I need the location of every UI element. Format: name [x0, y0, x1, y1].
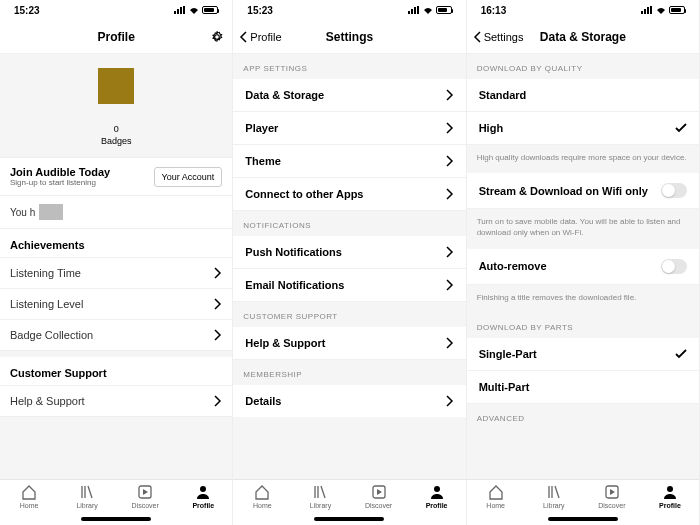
chevron-right-icon	[214, 298, 222, 310]
wifi-toggle[interactable]	[661, 183, 687, 198]
tab-bar: Home Library Discover Profile	[467, 479, 699, 525]
page-title: Data & Storage	[540, 30, 626, 44]
data-storage-content: DOWNLOAD BY QUALITY Standard High High q…	[467, 54, 699, 479]
row-label: Single-Part	[479, 348, 537, 360]
svg-rect-8	[414, 7, 416, 14]
tab-library[interactable]: Library	[291, 484, 349, 509]
svg-rect-2	[180, 7, 182, 14]
row-label: Listening Level	[10, 298, 83, 310]
avatar[interactable]	[98, 68, 134, 104]
profile-icon	[662, 484, 678, 500]
tab-profile[interactable]: Profile	[641, 484, 699, 509]
back-button[interactable]: Profile	[239, 31, 281, 43]
autoremove-hint: Finishing a title removes the downloaded…	[467, 285, 699, 313]
row-quality-high[interactable]: High	[467, 112, 699, 145]
row-push-notifications[interactable]: Push Notifications	[233, 236, 465, 269]
your-account-button[interactable]: Your Account	[154, 167, 223, 187]
row-single-part[interactable]: Single-Part	[467, 338, 699, 371]
battery-icon	[202, 6, 218, 14]
tab-profile[interactable]: Profile	[408, 484, 466, 509]
row-label: Stream & Download on Wifi only	[479, 185, 648, 197]
discover-icon	[604, 484, 620, 500]
library-icon	[79, 484, 95, 500]
row-details[interactable]: Details	[233, 385, 465, 417]
tab-label: Home	[20, 502, 39, 509]
achievements-header: Achievements	[0, 229, 232, 257]
home-icon	[488, 484, 504, 500]
row-multi-part[interactable]: Multi-Part	[467, 371, 699, 404]
tab-profile[interactable]: Profile	[174, 484, 232, 509]
back-button[interactable]: Settings	[473, 31, 524, 43]
wifi-icon	[656, 6, 666, 14]
home-indicator	[548, 517, 618, 521]
settings-screen: 15:23 Profile Settings APP SETTINGS Data…	[233, 0, 466, 525]
tab-label: Profile	[192, 502, 214, 509]
row-label: Help & Support	[245, 337, 325, 349]
tab-label: Profile	[659, 502, 681, 509]
svg-rect-14	[647, 7, 649, 14]
row-label: Standard	[479, 89, 527, 101]
tab-discover[interactable]: Discover	[116, 484, 174, 509]
row-listening-level[interactable]: Listening Level	[0, 288, 232, 319]
row-label: Badge Collection	[10, 329, 93, 341]
tab-library[interactable]: Library	[525, 484, 583, 509]
chevron-right-icon	[446, 246, 454, 258]
tab-home[interactable]: Home	[233, 484, 291, 509]
page-title: Settings	[326, 30, 373, 44]
tab-label: Library	[310, 502, 331, 509]
autoremove-toggle[interactable]	[661, 259, 687, 274]
tab-discover[interactable]: Discover	[583, 484, 641, 509]
row-listening-time[interactable]: Listening Time	[0, 257, 232, 288]
back-label: Settings	[484, 31, 524, 43]
group-header-app-settings: APP SETTINGS	[233, 54, 465, 79]
tab-label: Discover	[365, 502, 392, 509]
nav-header: Profile Settings	[233, 20, 465, 54]
row-wifi-only[interactable]: Stream & Download on Wifi only	[467, 173, 699, 209]
row-auto-remove[interactable]: Auto-remove	[467, 249, 699, 285]
row-theme[interactable]: Theme	[233, 145, 465, 178]
row-help-support[interactable]: Help & Support	[233, 327, 465, 360]
svg-rect-0	[174, 11, 176, 14]
status-bar: 15:23	[233, 0, 465, 20]
row-connect-apps[interactable]: Connect to other Apps	[233, 178, 465, 211]
svg-point-11	[434, 486, 440, 492]
profile-screen: 15:23 Profile 0 Badges Join Audible Toda…	[0, 0, 233, 525]
home-indicator	[81, 517, 151, 521]
row-label: Connect to other Apps	[245, 188, 363, 200]
chevron-right-icon	[446, 337, 454, 349]
row-label: Data & Storage	[245, 89, 324, 101]
row-email-notifications[interactable]: Email Notifications	[233, 269, 465, 302]
tab-label: Discover	[598, 502, 625, 509]
wifi-icon	[189, 6, 199, 14]
tab-bar: Home Library Discover Profile	[0, 479, 232, 525]
group-header-membership: MEMBERSHIP	[233, 360, 465, 385]
status-bar: 15:23	[0, 0, 232, 20]
svg-rect-9	[417, 6, 419, 14]
tab-discover[interactable]: Discover	[349, 484, 407, 509]
chevron-right-icon	[446, 122, 454, 134]
chevron-right-icon	[446, 89, 454, 101]
chevron-right-icon	[214, 267, 222, 279]
svg-rect-7	[411, 9, 413, 14]
svg-rect-13	[644, 9, 646, 14]
status-icons	[174, 6, 218, 14]
row-data-storage[interactable]: Data & Storage	[233, 79, 465, 112]
settings-gear-button[interactable]	[210, 30, 224, 44]
row-player[interactable]: Player	[233, 112, 465, 145]
tab-home[interactable]: Home	[0, 484, 58, 509]
group-header-parts: DOWNLOAD BY PARTS	[467, 313, 699, 338]
home-indicator	[314, 517, 384, 521]
svg-rect-1	[177, 9, 179, 14]
status-time: 15:23	[247, 5, 273, 16]
row-label: Auto-remove	[479, 260, 547, 272]
row-label: Listening Time	[10, 267, 81, 279]
library-icon	[312, 484, 328, 500]
row-help-support[interactable]: Help & Support	[0, 385, 232, 417]
tab-library[interactable]: Library	[58, 484, 116, 509]
tab-home[interactable]: Home	[467, 484, 525, 509]
row-quality-standard[interactable]: Standard	[467, 79, 699, 112]
signal-icon	[174, 6, 186, 14]
wifi-icon	[423, 6, 433, 14]
profile-icon	[195, 484, 211, 500]
row-badge-collection[interactable]: Badge Collection	[0, 319, 232, 351]
